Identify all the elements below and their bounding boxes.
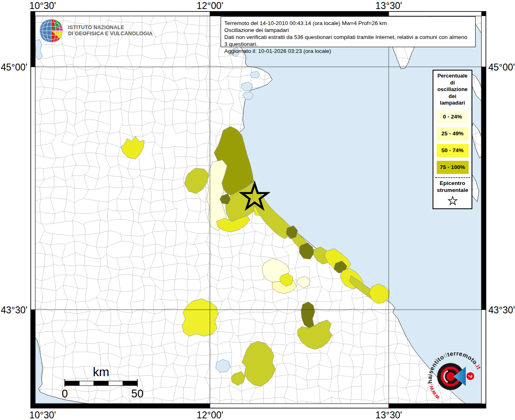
- legend-title: Percentuale di oscillazione dei lampadar…: [433, 73, 472, 107]
- scale-bar-unit: km: [93, 365, 109, 379]
- legend-class-0: 0 - 24%: [437, 110, 469, 123]
- ingv-name-line2: DI GEOFISICA E VULCANOLOGIA: [68, 31, 153, 37]
- ingv-globe-icon: [39, 18, 64, 43]
- legend-box: Percentuale di oscillazione dei lampadar…: [433, 70, 472, 209]
- info-line-event: Terremoto del 14-10-2010 00:43:14 (ora l…: [224, 20, 472, 27]
- scale-bar-start: 0: [62, 388, 68, 400]
- legend-class-2: 50 - 74%: [437, 144, 469, 157]
- info-line-source: Dati non verificati estratti da 536 ques…: [224, 34, 472, 48]
- ingv-name-line1: ISTITUTO NAZIONALE: [68, 25, 153, 31]
- lat-label-right-1: 45°00': [488, 62, 515, 73]
- lon-label-top-2: 12°00': [197, 0, 223, 11]
- ingv-logo: ISTITUTO NAZIONALE DI GEOFISICA E VULCAN…: [39, 18, 153, 43]
- info-line-question: Oscillazione dei lampadari: [224, 27, 472, 34]
- lon-label-top-1: 10°30': [30, 0, 56, 11]
- earthquake-info-box: Terremoto del 14-10-2010 00:43:14 (ora l…: [221, 16, 476, 47]
- lat-label-left-2: 43°30': [1, 305, 27, 316]
- legend-epicenter-star-icon: [447, 195, 459, 206]
- ingv-name: ISTITUTO NAZIONALE DI GEOFISICA E VULCAN…: [68, 25, 153, 37]
- lat-label-right-2: 43°30': [488, 305, 515, 316]
- info-line-updated: Aggiornato il: 10-01-2026 03:23 (ora loc…: [224, 48, 472, 55]
- scale-bar-end: 50: [131, 388, 144, 400]
- lon-label-top-3: 13°30': [376, 0, 402, 11]
- legend-class-1: 25 - 49%: [437, 127, 469, 140]
- haisentito-logo: ? www.haisentitoilterremoto.it: [421, 345, 485, 408]
- lon-label-bottom-2: 12°00': [197, 410, 223, 420]
- map-page: { "title_block":{ "line1":"Terremoto del…: [0, 0, 515, 420]
- legend-epicenter-label: Epicentro strumentale: [433, 180, 472, 194]
- lat-label-left-1: 45°00': [1, 62, 27, 73]
- legend-class-3: 75 - 100%: [437, 161, 469, 174]
- lon-label-bottom-1: 10°30': [30, 410, 56, 420]
- lon-label-bottom-3: 13°30': [376, 410, 402, 420]
- legend-separator: [435, 177, 470, 178]
- legend-swatches: 0 - 24%25 - 49%50 - 74%75 - 100%: [433, 110, 472, 174]
